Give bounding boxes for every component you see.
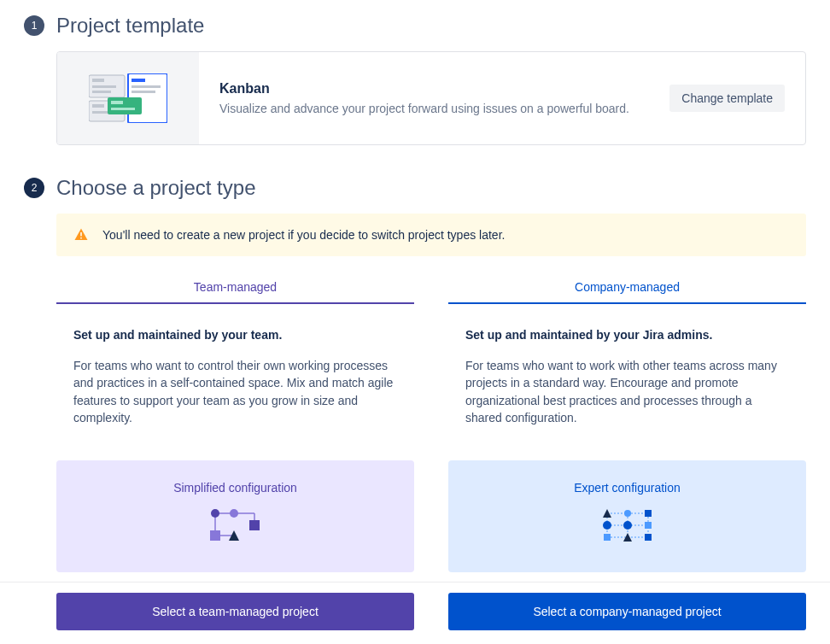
svg-rect-5 (92, 104, 104, 108)
svg-rect-10 (132, 91, 155, 93)
svg-point-35 (603, 521, 611, 530)
svg-rect-12 (111, 101, 123, 104)
svg-rect-37 (645, 522, 652, 529)
warning-icon (73, 227, 89, 243)
svg-rect-3 (92, 91, 111, 93)
step-1-title: Project template (56, 14, 204, 38)
svg-rect-2 (92, 85, 116, 88)
step-1-header: 1 Project template (24, 14, 806, 38)
template-card: Kanban Visualize and advance your projec… (56, 51, 806, 145)
select-team-managed-button[interactable]: Select a team-managed project (56, 593, 414, 630)
step-1-badge: 1 (24, 15, 44, 36)
expert-config-icon (597, 506, 658, 544)
step-2-badge: 2 (24, 178, 44, 198)
company-config-title: Expert configuration (462, 481, 792, 495)
select-company-managed-button[interactable]: Select a company-managed project (448, 593, 806, 630)
svg-rect-34 (645, 510, 652, 517)
team-managed-column: Team-managed Set up and maintained by yo… (56, 280, 414, 572)
svg-marker-32 (603, 509, 611, 518)
team-config-box: Simplified configuration (56, 460, 414, 572)
svg-rect-15 (80, 237, 82, 239)
svg-point-22 (230, 509, 238, 518)
footer-bar: Select a team-managed project Select a c… (0, 582, 830, 644)
svg-rect-23 (249, 520, 260, 530)
step-2-header: 2 Choose a project type (24, 176, 806, 200)
change-template-button[interactable]: Change template (669, 85, 785, 112)
team-heading: Set up and maintained by your team. (73, 328, 397, 342)
company-managed-column: Company-managed Set up and maintained by… (448, 280, 806, 572)
svg-point-36 (623, 521, 632, 530)
tab-team-managed[interactable]: Team-managed (56, 280, 414, 304)
tab-company-managed[interactable]: Company-managed (448, 280, 806, 304)
svg-rect-24 (210, 530, 220, 541)
company-body: For teams who want to work with other te… (465, 357, 789, 426)
svg-point-33 (624, 510, 631, 517)
company-config-box: Expert configuration (448, 460, 806, 572)
svg-rect-11 (108, 97, 142, 114)
team-config-title: Simplified configuration (70, 481, 400, 495)
svg-rect-40 (645, 534, 652, 541)
svg-rect-9 (132, 85, 161, 88)
svg-rect-1 (92, 79, 104, 82)
svg-rect-13 (111, 108, 135, 110)
template-description: Visualize and advance your project forwa… (219, 102, 629, 115)
kanban-icon (89, 73, 167, 123)
kanban-thumbnail (57, 52, 199, 144)
svg-rect-8 (132, 79, 145, 82)
step-2-title: Choose a project type (56, 176, 255, 200)
team-body: For teams who want to control their own … (73, 357, 397, 426)
svg-rect-38 (604, 534, 611, 541)
warning-message: You'll need to create a new project if y… (102, 228, 505, 242)
warning-banner: You'll need to create a new project if y… (56, 214, 806, 256)
template-name: Kanban (219, 81, 629, 97)
company-heading: Set up and maintained by your Jira admin… (465, 328, 789, 342)
simplified-config-icon (205, 506, 266, 544)
svg-rect-14 (80, 232, 82, 237)
svg-point-21 (211, 509, 219, 518)
